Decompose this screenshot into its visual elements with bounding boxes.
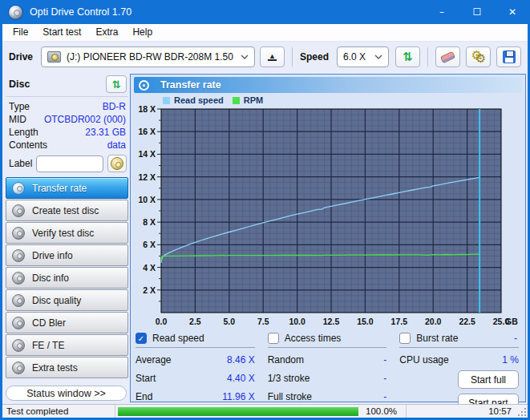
stat-row: Random - <box>268 351 387 368</box>
progress-bar <box>118 407 358 416</box>
svg-text:15.0: 15.0 <box>357 317 374 326</box>
disc-icon <box>12 272 25 285</box>
start-full-button[interactable]: Start full <box>458 370 519 389</box>
window-title: Opti Drive Control 1.70 <box>30 6 131 18</box>
sidebar-item-label: Extra tests <box>32 362 78 374</box>
sidebar: Transfer rate Create test disc Verify te… <box>6 177 128 379</box>
sidebar-item[interactable]: Disc info <box>6 267 128 289</box>
burst-rate-value: - <box>514 333 519 344</box>
stat-value: 11.96 X <box>222 391 254 402</box>
rpm-legend-swatch <box>233 97 240 104</box>
stat-row: Full stroke - <box>268 388 387 405</box>
read-speed-stats: Average 8.46 X Start 4.40 X End 11 <box>136 349 255 405</box>
menu-item[interactable]: Help <box>125 24 160 41</box>
cpu-usage-label: CPU usage <box>399 354 448 365</box>
maximize-button[interactable]: ☐ <box>459 0 495 24</box>
speed-select-value: 6.0 X <box>343 51 370 63</box>
app-window: Opti Drive Control 1.70 – ☐ ✕ FileStart … <box>0 0 530 420</box>
sidebar-item[interactable]: Transfer rate <box>6 177 128 199</box>
erase-disc-button[interactable] <box>435 46 460 67</box>
svg-text:10 X: 10 X <box>138 195 156 204</box>
sidebar-item[interactable]: Disc quality <box>6 289 128 311</box>
left-panel: Disc ⇅ Type BD-R MID OTCBDR002 (000) <box>6 74 130 402</box>
svg-text:6 X: 6 X <box>143 240 156 249</box>
disc-info-row: MID OTCBDR002 (000) <box>6 113 128 126</box>
status-text: Test completed <box>2 406 115 416</box>
sidebar-item-label: Drive info <box>32 250 73 261</box>
access-times-checkbox[interactable] <box>268 333 279 344</box>
refresh-icon: ⇅ <box>403 50 413 64</box>
drive-select-value: (J:) PIONEER BD-RW BDR-208M 1.50 <box>67 51 236 63</box>
menu-item[interactable]: File <box>6 24 35 41</box>
disc-icon <box>12 361 25 374</box>
read-speed-checkbox[interactable]: ✓ <box>136 333 147 344</box>
burst-rate-checkbox[interactable] <box>399 333 411 344</box>
transfer-rate-icon <box>139 80 149 91</box>
toolbar-separator <box>292 47 293 67</box>
access-times-checkbox-label: Access times <box>285 333 342 344</box>
read-speed-header: ✓ Read speed <box>136 331 255 348</box>
chevron-down-icon <box>374 55 382 59</box>
menu-item[interactable]: Extra <box>88 24 125 41</box>
close-button[interactable]: ✕ <box>495 0 530 24</box>
chevron-down-icon <box>241 55 249 59</box>
stat-label: Full stroke <box>268 391 312 402</box>
eject-button[interactable]: ▲ <box>260 46 285 67</box>
write-label-button[interactable] <box>107 155 127 172</box>
sidebar-item-label: Disc info <box>32 273 69 284</box>
drive-select[interactable]: (J:) PIONEER BD-RW BDR-208M 1.50 <box>41 46 255 67</box>
minimize-button[interactable]: – <box>424 0 459 24</box>
svg-text:8 X: 8 X <box>143 217 156 227</box>
stat-value: - <box>383 391 386 402</box>
disc-info-value: OTCBDR002 (000) <box>44 113 126 126</box>
refresh-speeds-button[interactable]: ⇅ <box>395 46 420 67</box>
chart-svg: 2 X4 X6 X8 X10 X12 X14 X16 X18 X0.02.55.… <box>134 106 522 329</box>
disc-icon <box>12 204 25 217</box>
sidebar-item-label: Verify test disc <box>32 228 94 239</box>
stat-label: End <box>136 391 152 402</box>
svg-text:10.0: 10.0 <box>289 317 305 326</box>
resize-grip[interactable] <box>516 406 527 417</box>
sidebar-item[interactable]: Create test disc <box>6 200 128 221</box>
disc-info-list: Type BD-R MID OTCBDR002 (000) Length 23.… <box>6 100 128 151</box>
sidebar-item[interactable]: Drive info <box>6 244 128 266</box>
burst-rate-checkbox-label: Burst rate <box>416 333 458 344</box>
main-area: Disc ⇅ Type BD-R MID OTCBDR002 (000) <box>2 72 528 404</box>
save-icon <box>503 50 516 63</box>
burst-rate-header: Burst rate - <box>399 331 519 348</box>
status-window-button[interactable]: Status window >> <box>6 386 127 401</box>
disc-info-row: Length 23.31 GB <box>6 126 128 139</box>
svg-text:0.0: 0.0 <box>156 317 168 326</box>
progress-fill <box>118 407 358 416</box>
refresh-disc-button[interactable]: ⇅ <box>106 75 127 93</box>
burst-rate-column: Burst rate - CPU usage 1 % Start full St… <box>399 331 519 412</box>
sidebar-item[interactable]: CD Bler <box>6 312 128 333</box>
transfer-rate-panel: Transfer rate Read speed RPM 2 X4 X6 X8 … <box>130 74 526 402</box>
disc-info-label: Type <box>9 100 30 113</box>
svg-text:12.5: 12.5 <box>323 317 340 326</box>
menu-item[interactable]: Start test <box>35 24 88 41</box>
sidebar-item-label: Disc quality <box>32 295 81 306</box>
speed-select[interactable]: 6.0 X <box>337 46 389 67</box>
settings-button[interactable]: ⚙ <box>466 46 491 67</box>
transfer-rate-chart: 2 X4 X6 X8 X10 X12 X14 X16 X18 X0.02.55.… <box>134 106 522 329</box>
label-field-caption: Label <box>9 158 32 169</box>
svg-text:22.5: 22.5 <box>459 317 475 326</box>
sidebar-item[interactable]: Extra tests <box>6 357 128 378</box>
sidebar-item-label: Transfer rate <box>32 183 87 194</box>
sidebar-item[interactable]: FE / TE <box>6 334 128 356</box>
sidebar-item[interactable]: Verify test disc <box>6 222 128 244</box>
save-button[interactable] <box>496 46 521 67</box>
panel-header: Transfer rate <box>134 77 522 93</box>
svg-text:18 X: 18 X <box>138 106 156 114</box>
stat-row: End 11.96 X <box>136 388 255 405</box>
disc-icon <box>12 294 25 307</box>
svg-text:12 X: 12 X <box>138 172 156 182</box>
disc-info-label: Length <box>9 126 38 139</box>
svg-text:16 X: 16 X <box>138 127 156 136</box>
stat-value: 8.46 X <box>227 354 255 365</box>
status-separator <box>406 405 407 418</box>
stat-row: 1/3 stroke - <box>268 370 387 386</box>
eraser-icon <box>440 50 455 63</box>
label-input[interactable] <box>36 155 103 172</box>
